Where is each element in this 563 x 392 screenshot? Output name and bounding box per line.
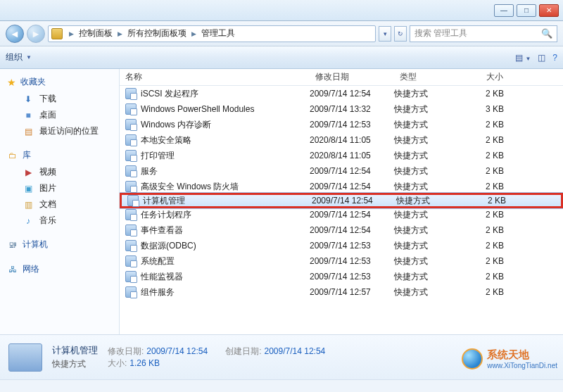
file-type: 快捷方式 (394, 150, 472, 162)
file-type: 快捷方式 (394, 255, 472, 267)
sidebar-item-documents[interactable]: ▥文档 (1, 196, 118, 213)
breadcrumb-item[interactable]: 管理工具 (200, 27, 236, 39)
file-size: 2 KB (472, 272, 514, 282)
breadcrumb-item[interactable]: 所有控制面板项 (126, 27, 188, 39)
shortcut-icon (125, 150, 137, 161)
watermark-title: 系统天地 (487, 348, 557, 362)
file-size: 2 KB (472, 151, 514, 160)
file-row[interactable]: 性能监视器2009/7/14 12:53快捷方式2 KB (120, 269, 563, 284)
shortcut-icon (125, 209, 137, 220)
column-type[interactable]: 类型 (394, 68, 472, 86)
close-button[interactable]: ✕ (539, 4, 559, 17)
file-row[interactable]: 服务2009/7/14 12:54快捷方式2 KB (120, 163, 563, 179)
help-button[interactable]: ? (552, 53, 557, 63)
computer-icon: 🖳 (7, 239, 18, 251)
sidebar-favorites-header[interactable]: ★收藏夹 (1, 73, 118, 91)
file-row[interactable]: Windows PowerShell Modules2009/7/14 13:3… (120, 101, 563, 117)
sidebar-item-videos[interactable]: ▶视频 (1, 164, 118, 180)
file-date: 2020/8/14 11:05 (310, 151, 394, 160)
file-row[interactable]: 计算机管理2009/7/14 12:54快捷方式2 KB (120, 193, 563, 208)
file-row[interactable]: 组件服务2009/7/14 12:57快捷方式2 KB (120, 284, 563, 300)
file-rows: iSCSI 发起程序2009/7/14 12:54快捷方式2 KBWindows… (120, 86, 563, 300)
shortcut-icon (125, 271, 137, 282)
file-size: 2 KB (472, 256, 514, 266)
file-row[interactable]: 本地安全策略2020/8/14 11:05快捷方式2 KB (120, 132, 563, 148)
navigation-sidebar: ★收藏夹 ⬇下载 ■桌面 ▤最近访问的位置 🗀库 ▶视频 ▣图片 ▥文档 ♪音乐… (0, 69, 120, 334)
file-type: 快捷方式 (394, 119, 472, 131)
column-name[interactable]: 名称 (120, 68, 310, 86)
file-type: 快捷方式 (394, 103, 472, 115)
file-date: 2009/7/14 12:53 (310, 120, 394, 129)
file-name: 服务 (141, 165, 158, 177)
details-size-value: 1.26 KB (129, 358, 160, 368)
document-icon: ▥ (23, 199, 34, 210)
shortcut-icon (125, 225, 137, 236)
file-row[interactable]: 打印管理2020/8/14 11:05快捷方式2 KB (120, 148, 563, 163)
address-dropdown[interactable]: ▾ (379, 26, 391, 42)
forward-button[interactable]: ► (27, 25, 45, 43)
sidebar-item-pictures[interactable]: ▣图片 (1, 180, 118, 196)
titlebar: — □ ✕ (0, 0, 563, 21)
bottom-bar (0, 379, 563, 392)
sidebar-libraries-header[interactable]: 🗀库 (1, 146, 118, 164)
file-type: 快捷方式 (396, 195, 474, 207)
folder-icon (51, 28, 63, 39)
file-name: 系统配置 (141, 255, 175, 267)
file-date: 2009/7/14 12:54 (310, 210, 394, 220)
file-type: 快捷方式 (394, 240, 472, 252)
sidebar-item-music[interactable]: ♪音乐 (1, 213, 118, 229)
file-name: Windows 内存诊断 (141, 119, 211, 131)
search-input[interactable]: 搜索 管理工具 🔍 (410, 25, 557, 42)
file-name: Windows PowerShell Modules (141, 104, 254, 114)
file-size: 2 KB (472, 210, 514, 220)
sidebar-item-recent[interactable]: ▤最近访问的位置 (1, 123, 118, 139)
file-name: iSCSI 发起程序 (141, 88, 198, 100)
shortcut-icon (125, 134, 137, 146)
maximize-button[interactable]: □ (517, 4, 536, 17)
sidebar-computer[interactable]: 🖳计算机 (1, 236, 118, 253)
view-mode-button[interactable]: ▤▼ (515, 53, 531, 63)
back-button[interactable]: ◄ (6, 25, 24, 43)
file-row[interactable]: 高级安全 Windows 防火墙2009/7/14 12:54快捷方式2 KB (120, 179, 563, 194)
file-date: 2009/7/14 12:54 (310, 182, 394, 191)
file-size: 2 KB (472, 166, 514, 176)
file-date: 2009/7/14 13:32 (310, 104, 394, 114)
shortcut-icon (125, 286, 137, 298)
file-date: 2009/7/14 12:53 (310, 272, 394, 282)
music-icon: ♪ (23, 215, 34, 227)
shortcut-icon (125, 165, 137, 177)
globe-icon (462, 348, 483, 369)
column-size[interactable]: 大小 (472, 68, 514, 86)
column-date[interactable]: 修改日期 (310, 68, 394, 86)
file-name: 组件服务 (141, 286, 175, 298)
details-created-value: 2009/7/14 12:54 (265, 346, 326, 356)
file-row[interactable]: 系统配置2009/7/14 12:53快捷方式2 KB (120, 253, 563, 269)
sidebar-item-downloads[interactable]: ⬇下载 (1, 91, 118, 107)
refresh-button[interactable]: ↻ (394, 26, 407, 42)
file-type: 快捷方式 (394, 134, 472, 146)
shortcut-icon (125, 240, 137, 251)
details-modified-label: 修改日期: (108, 346, 144, 356)
file-type: 快捷方式 (394, 271, 472, 283)
sidebar-item-desktop[interactable]: ■桌面 (1, 107, 118, 123)
shortcut-icon (125, 119, 137, 130)
breadcrumb-item[interactable]: 控制面板 (77, 27, 114, 39)
file-row[interactable]: 任务计划程序2009/7/14 12:54快捷方式2 KB (120, 207, 563, 222)
sidebar-network[interactable]: 🖧网络 (1, 260, 118, 278)
recent-icon: ▤ (23, 126, 34, 137)
file-size: 2 KB (472, 120, 514, 129)
minimize-button[interactable]: — (494, 4, 514, 17)
file-row[interactable]: iSCSI 发起程序2009/7/14 12:54快捷方式2 KB (120, 86, 563, 101)
file-type: 快捷方式 (394, 181, 472, 193)
details-title: 计算机管理 (52, 344, 98, 357)
network-icon: 🖧 (7, 264, 18, 275)
organize-menu[interactable]: 组织▼ (6, 51, 32, 63)
breadcrumb[interactable]: ▶ 控制面板 ▶ 所有控制面板项 ▶ 管理工具 (48, 25, 376, 42)
details-created-label: 创建日期: (225, 346, 261, 356)
file-type: 快捷方式 (394, 209, 472, 221)
file-row[interactable]: Windows 内存诊断2009/7/14 12:53快捷方式2 KB (120, 117, 563, 132)
file-row[interactable]: 事件查看器2009/7/14 12:54快捷方式2 KB (120, 222, 563, 238)
preview-pane-button[interactable]: ◫ (538, 53, 545, 63)
file-row[interactable]: 数据源(ODBC)2009/7/14 12:53快捷方式2 KB (120, 238, 563, 253)
file-type: 快捷方式 (394, 286, 472, 298)
